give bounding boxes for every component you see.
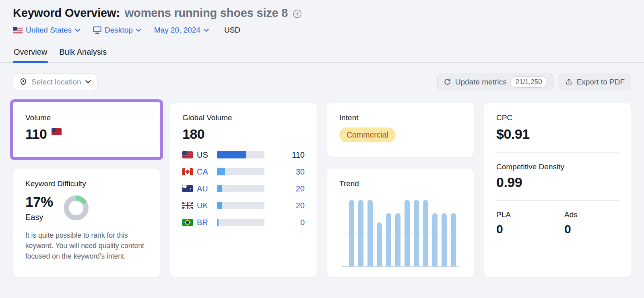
pla-title: PLA xyxy=(496,210,564,219)
trend-bar xyxy=(386,213,391,267)
global-volume-card: Global Volume 180 US 110 CA 30 xyxy=(170,102,317,277)
main-content: Select location Update metrics 21/1,250 … xyxy=(0,74,644,289)
device-selector[interactable]: Desktop xyxy=(93,26,141,35)
country-code: US xyxy=(197,150,212,160)
country-volume-row: CA 30 xyxy=(182,168,305,176)
export-pdf-button[interactable]: Export to PDF xyxy=(559,74,631,90)
country-bar-fill xyxy=(217,185,222,192)
keyword-difficulty-card: Keyword Difficulty 17% Easy It is quite … xyxy=(13,168,160,277)
country-volume-value: 0 xyxy=(264,218,305,227)
volume-title: Volume xyxy=(25,113,148,122)
trend-bar xyxy=(432,213,438,267)
us-flag-icon xyxy=(182,151,193,158)
keyword-difficulty-value: 17% xyxy=(25,194,53,210)
competitive-density-value: 0.99 xyxy=(496,175,619,190)
trend-bar xyxy=(349,200,354,267)
chevron-down-icon xyxy=(204,29,209,32)
country-code: AU xyxy=(197,184,212,193)
trend-bar xyxy=(377,222,382,267)
country-volume-value: 20 xyxy=(264,201,305,210)
page-header: Keyword Overview: womens running shoes s… xyxy=(0,0,644,35)
country-volume-value: 20 xyxy=(264,184,305,193)
ads-block: Ads 0 xyxy=(564,210,578,236)
us-flag-icon xyxy=(52,128,62,135)
ads-title: Ads xyxy=(564,210,578,219)
volume-card[interactable]: Volume 110 xyxy=(13,102,160,157)
pla-block: PLA 0 xyxy=(496,210,564,236)
country-volume-list: US 110 CA 30 AU 20 xyxy=(182,151,305,226)
uk-flag-icon xyxy=(182,202,193,209)
intent-card: Intent Commercial xyxy=(327,102,474,157)
country-volume-row: BR 0 xyxy=(182,219,305,226)
add-keyword-icon[interactable] xyxy=(293,9,302,18)
trend-chart xyxy=(342,200,459,267)
tab-overview-label: Overview xyxy=(14,47,47,56)
kd-donut-chart xyxy=(64,195,89,220)
trend-card: Trend xyxy=(327,168,474,277)
country-volume-value: 30 xyxy=(264,167,305,177)
refresh-icon xyxy=(444,78,451,86)
ads-value: 0 xyxy=(564,222,578,236)
trend-bar xyxy=(395,213,400,267)
location-pin-icon xyxy=(19,78,27,86)
cpc-value: $0.91 xyxy=(496,127,619,142)
currency-label: USD xyxy=(224,26,240,35)
keyword-text: womens running shoes size 8 xyxy=(125,6,288,20)
us-flag-icon xyxy=(13,27,23,33)
trend-bar xyxy=(414,200,419,267)
chevron-down-icon xyxy=(136,29,141,32)
tab-bulk-analysis-label: Bulk Analysis xyxy=(59,47,107,56)
pla-value: 0 xyxy=(496,222,564,236)
trend-bar xyxy=(405,200,410,267)
update-metrics-button[interactable]: Update metrics 21/1,250 xyxy=(437,74,553,90)
country-volume-row: UK 20 xyxy=(182,202,305,210)
divider xyxy=(496,152,619,153)
br-flag-icon xyxy=(182,219,193,226)
global-volume-value: 180 xyxy=(182,127,305,142)
cpc-title: CPC xyxy=(496,113,619,122)
trend-bars xyxy=(349,200,456,267)
country-bar-fill xyxy=(217,151,246,158)
device-label: Desktop xyxy=(105,26,133,35)
country-bar-track xyxy=(217,185,264,192)
country-bar-fill xyxy=(217,168,225,175)
chevron-down-icon xyxy=(85,80,91,84)
page-title: Keyword Overview: xyxy=(13,6,120,20)
trend-bar xyxy=(442,213,447,267)
select-location-button[interactable]: Select location xyxy=(13,74,97,90)
au-flag-icon xyxy=(182,185,193,192)
export-pdf-label: Export to PDF xyxy=(577,78,625,86)
chevron-down-icon xyxy=(75,29,80,32)
keyword-difficulty-description: It is quite possible to rank for this ke… xyxy=(25,230,148,261)
country-bar-track xyxy=(217,151,264,158)
filters-row: United States Desktop May 20, 2024 USD xyxy=(13,26,631,35)
country-bar-track xyxy=(217,202,264,209)
volume-value: 110 xyxy=(25,127,47,142)
country-code: UK xyxy=(197,201,212,210)
country-volume-value: 110 xyxy=(264,150,305,160)
country-bar-fill xyxy=(217,202,222,209)
select-location-label: Select location xyxy=(31,78,81,86)
intent-title: Intent xyxy=(339,113,462,122)
intent-badge[interactable]: Commercial xyxy=(339,127,396,142)
quota-badge: 21/1,250 xyxy=(510,76,547,88)
keyword-overview-page: Keyword Overview: womens running shoes s… xyxy=(0,0,644,298)
toolbar: Select location Update metrics 21/1,250 … xyxy=(13,74,631,90)
export-icon xyxy=(565,78,573,86)
tab-overview[interactable]: Overview xyxy=(13,44,48,62)
country-bar-fill xyxy=(217,219,219,226)
country-label: United States xyxy=(26,26,72,35)
keyword-difficulty-title: Keyword Difficulty xyxy=(25,179,148,188)
country-bar-track xyxy=(217,168,264,175)
date-selector[interactable]: May 20, 2024 xyxy=(154,26,209,35)
country-selector[interactable]: United States xyxy=(13,26,80,35)
ca-flag-icon xyxy=(182,168,193,175)
cpc-card: CPC $0.91 Competitive Density 0.99 PLA 0… xyxy=(484,102,631,277)
divider xyxy=(496,200,619,201)
country-code: BR xyxy=(197,218,212,227)
trend-bar xyxy=(451,213,456,267)
tab-bulk-analysis[interactable]: Bulk Analysis xyxy=(58,44,107,62)
trend-bar xyxy=(367,200,373,267)
pla-ads-row: PLA 0 Ads 0 xyxy=(496,210,619,236)
competitive-density-title: Competitive Density xyxy=(496,162,619,171)
